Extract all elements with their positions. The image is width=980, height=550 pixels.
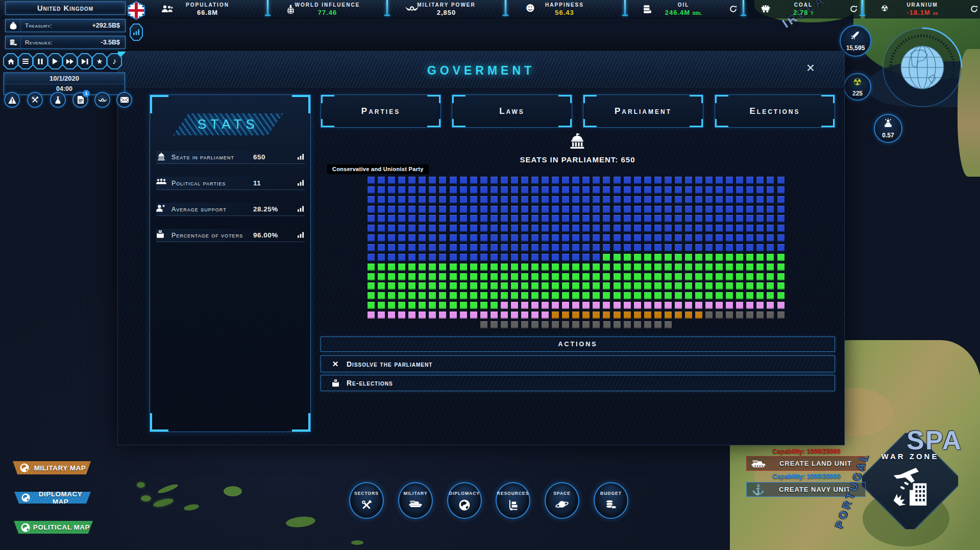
seat-gray[interactable]: [572, 321, 579, 328]
seat-gray[interactable]: [480, 321, 487, 328]
seat-violet[interactable]: [491, 312, 498, 319]
seat-blue[interactable]: [398, 244, 405, 251]
seat-blue[interactable]: [388, 206, 395, 213]
seat-blue[interactable]: [419, 186, 426, 194]
seat-blue[interactable]: [562, 254, 569, 261]
seat-green[interactable]: [736, 254, 743, 261]
seat-blue[interactable]: [665, 215, 672, 222]
seat-blue[interactable]: [460, 225, 467, 232]
seat-blue[interactable]: [388, 234, 395, 242]
seat-blue[interactable]: [685, 177, 692, 184]
seat-violet[interactable]: [368, 312, 375, 319]
seat-blue[interactable]: [614, 225, 621, 232]
tab-parties[interactable]: Parties: [321, 94, 441, 128]
seat-green[interactable]: [603, 292, 610, 299]
seat-blue[interactable]: [450, 177, 457, 184]
seat-blue[interactable]: [593, 206, 600, 213]
seat-green[interactable]: [756, 264, 764, 271]
seat-blue[interactable]: [767, 186, 774, 194]
seat-blue[interactable]: [705, 186, 713, 194]
seat-blue[interactable]: [675, 225, 682, 232]
seat-blue[interactable]: [439, 177, 446, 184]
seat-green[interactable]: [614, 273, 621, 280]
seat-green[interactable]: [470, 292, 477, 299]
seat-blue[interactable]: [767, 234, 774, 242]
seat-green[interactable]: [552, 282, 559, 290]
seat-blue[interactable]: [685, 225, 692, 232]
alerts-button[interactable]: [4, 92, 20, 108]
seat-orange[interactable]: [644, 312, 651, 319]
seat-blue[interactable]: [726, 196, 733, 203]
seat-green[interactable]: [378, 282, 385, 290]
seat-blue[interactable]: [654, 186, 662, 194]
seat-green[interactable]: [634, 273, 641, 280]
seat-green[interactable]: [408, 282, 415, 290]
seat-blue[interactable]: [480, 254, 487, 261]
seat-blue[interactable]: [695, 186, 702, 194]
seat-blue[interactable]: [408, 215, 415, 222]
music-button[interactable]: ♪: [107, 53, 122, 69]
seat-blue[interactable]: [439, 206, 446, 213]
seat-blue[interactable]: [480, 234, 487, 242]
seat-blue[interactable]: [603, 244, 610, 251]
seat-blue[interactable]: [388, 196, 395, 203]
seat-orange[interactable]: [552, 312, 559, 319]
seat-green[interactable]: [685, 264, 692, 271]
seat-blue[interactable]: [562, 225, 569, 232]
seat-blue[interactable]: [572, 234, 579, 242]
seat-blue[interactable]: [593, 225, 600, 232]
seat-blue[interactable]: [614, 196, 621, 203]
seat-blue[interactable]: [501, 186, 508, 194]
refresh-icon[interactable]: [850, 5, 857, 13]
seat-blue[interactable]: [726, 177, 733, 184]
seat-blue[interactable]: [542, 206, 549, 213]
seat-blue[interactable]: [695, 196, 702, 203]
seat-green[interactable]: [736, 282, 743, 290]
seat-blue[interactable]: [705, 215, 713, 222]
seat-blue[interactable]: [419, 206, 426, 213]
seat-blue[interactable]: [614, 234, 621, 242]
seat-gray[interactable]: [501, 321, 508, 328]
seat-green[interactable]: [665, 254, 672, 261]
seat-blue[interactable]: [572, 225, 579, 232]
seat-blue[interactable]: [531, 186, 538, 194]
seat-blue[interactable]: [572, 196, 579, 203]
seat-blue[interactable]: [634, 206, 641, 213]
seat-green[interactable]: [675, 264, 682, 271]
seat-blue[interactable]: [429, 186, 436, 194]
seat-blue[interactable]: [624, 196, 631, 203]
seat-blue[interactable]: [531, 215, 538, 222]
seat-blue[interactable]: [470, 215, 477, 222]
seat-blue[interactable]: [470, 244, 477, 251]
seat-blue[interactable]: [450, 225, 457, 232]
seat-green[interactable]: [634, 292, 641, 299]
seat-green[interactable]: [429, 264, 436, 271]
seat-blue[interactable]: [378, 244, 385, 251]
construction-button[interactable]: [27, 92, 43, 108]
seat-green[interactable]: [480, 292, 487, 299]
seat-blue[interactable]: [501, 234, 508, 242]
seat-blue[interactable]: [531, 206, 538, 213]
seat-blue[interactable]: [624, 234, 631, 242]
seat-blue[interactable]: [695, 206, 702, 213]
seat-blue[interactable]: [777, 186, 785, 194]
seat-orange[interactable]: [695, 312, 702, 319]
seat-blue[interactable]: [501, 244, 508, 251]
seat-violet[interactable]: [552, 302, 559, 309]
seat-green[interactable]: [593, 292, 600, 299]
seat-green[interactable]: [429, 292, 436, 299]
seat-blue[interactable]: [705, 177, 713, 184]
seat-green[interactable]: [685, 273, 692, 280]
seat-green[interactable]: [767, 292, 774, 299]
seat-blue[interactable]: [634, 196, 641, 203]
seat-blue[interactable]: [552, 225, 559, 232]
seat-green[interactable]: [634, 282, 641, 290]
seat-blue[interactable]: [716, 206, 723, 213]
seat-blue[interactable]: [624, 206, 631, 213]
seat-green[interactable]: [511, 264, 518, 271]
seat-gray[interactable]: [777, 312, 785, 319]
seat-green[interactable]: [665, 264, 672, 271]
seat-blue[interactable]: [470, 234, 477, 242]
seat-blue[interactable]: [675, 215, 682, 222]
seat-green[interactable]: [705, 264, 713, 271]
